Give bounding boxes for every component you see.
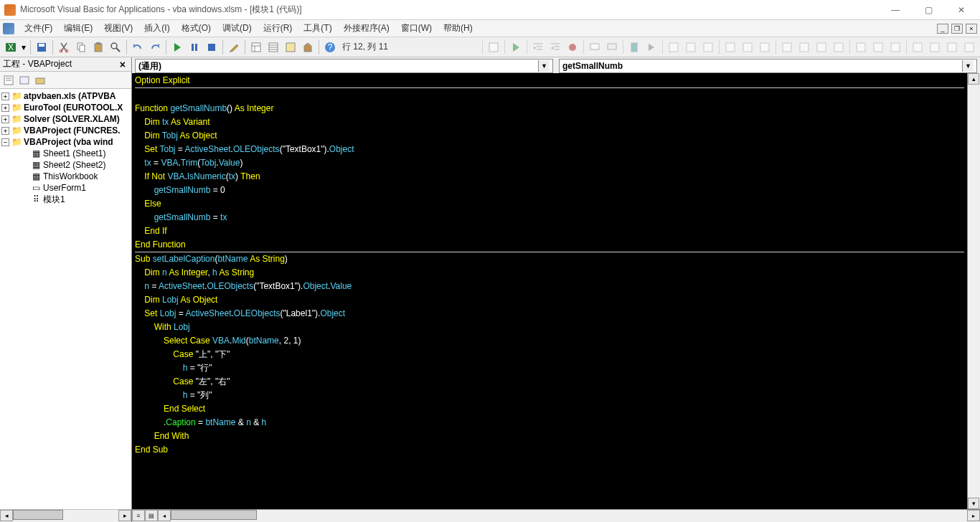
- project-icon: 📁: [11, 103, 22, 113]
- mdi-close[interactable]: ×: [966, 24, 977, 34]
- uncomment-icon[interactable]: [604, 39, 620, 55]
- find-icon[interactable]: [108, 39, 123, 55]
- tree-node[interactable]: ▦Sheet2 (Sheet2): [1, 159, 130, 171]
- tool-o-icon[interactable]: [927, 39, 943, 55]
- tree-node[interactable]: ⠿模块1: [1, 194, 130, 205]
- tool-k-icon[interactable]: [853, 39, 869, 55]
- comment-icon[interactable]: [587, 39, 603, 55]
- svg-rect-48: [891, 43, 900, 52]
- project-explorer-icon[interactable]: [248, 39, 264, 55]
- horizontal-scrollbar[interactable]: [171, 510, 967, 522]
- run-icon[interactable]: [169, 39, 185, 55]
- tool-l-icon[interactable]: [870, 39, 886, 55]
- view-code-icon[interactable]: [1, 73, 16, 87]
- tool-a-icon[interactable]: [666, 39, 682, 55]
- scroll-up-icon[interactable]: ▴: [968, 73, 979, 85]
- tree-node[interactable]: ▭UserForm1: [1, 182, 130, 194]
- run-small-icon[interactable]: [508, 39, 524, 55]
- project-explorer-hscroll[interactable]: ◂ ▸: [0, 509, 131, 522]
- menu-edit[interactable]: 编辑(E): [58, 21, 98, 36]
- bookmark-icon[interactable]: [626, 39, 642, 55]
- tool-d-icon[interactable]: [722, 39, 738, 55]
- scroll-left-icon[interactable]: ◂: [158, 510, 171, 521]
- minimize-button[interactable]: —: [885, 3, 905, 17]
- breakpoint-icon[interactable]: [565, 39, 580, 55]
- svg-rect-42: [783, 43, 791, 52]
- tool-j-icon[interactable]: [831, 39, 847, 55]
- edit-tool-1-icon[interactable]: [486, 39, 501, 55]
- menu-insert[interactable]: 插入(I): [138, 21, 175, 36]
- menu-view[interactable]: 视图(V): [98, 21, 138, 36]
- menu-run[interactable]: 运行(R): [258, 21, 298, 36]
- toolbox-icon[interactable]: [300, 39, 316, 55]
- tool-m-icon[interactable]: [887, 39, 903, 55]
- tool-b-icon[interactable]: [683, 39, 699, 55]
- vertical-scrollbar[interactable]: ▴ ▾: [967, 73, 980, 509]
- redo-icon[interactable]: [147, 39, 163, 55]
- tree-node[interactable]: ▦ThisWorkbook: [1, 171, 130, 182]
- help-icon[interactable]: ?: [322, 39, 338, 55]
- tree-node[interactable]: +📁atpvbaen.xls (ATPVBA: [1, 90, 130, 102]
- excel-icon[interactable]: [3, 23, 14, 34]
- mdi-minimize[interactable]: _: [937, 24, 948, 34]
- code-pane[interactable]: Option Explicit Function getSmallNumb() …: [132, 73, 967, 509]
- close-button[interactable]: ✕: [951, 3, 971, 17]
- tree-node[interactable]: +📁VBAProject (FUNCRES.: [1, 125, 130, 136]
- tool-p-icon[interactable]: [944, 39, 960, 55]
- next-bookmark-icon[interactable]: [644, 39, 659, 55]
- save-icon[interactable]: [34, 39, 50, 55]
- menu-tools[interactable]: 工具(T): [298, 21, 337, 36]
- svg-rect-57: [36, 78, 44, 84]
- tool-f-icon[interactable]: [757, 39, 773, 55]
- procedure-combo[interactable]: getSmallNumb▼: [559, 59, 977, 73]
- view-object-icon[interactable]: [17, 73, 32, 87]
- paste-icon[interactable]: [90, 39, 106, 55]
- properties-icon[interactable]: [265, 39, 281, 55]
- design-mode-icon[interactable]: [226, 39, 242, 55]
- object-combo[interactable]: (通用)▼: [135, 59, 553, 73]
- object-browser-icon[interactable]: [283, 39, 298, 55]
- undo-icon[interactable]: [130, 39, 146, 55]
- tool-i-icon[interactable]: [814, 39, 829, 55]
- tool-c-icon[interactable]: [700, 39, 716, 55]
- tree-node[interactable]: +📁Solver (SOLVER.XLAM): [1, 113, 130, 125]
- menu-window[interactable]: 窗口(W): [395, 21, 438, 36]
- chevron-down-icon[interactable]: ▼: [538, 60, 550, 72]
- break-icon[interactable]: [187, 39, 202, 55]
- tree-node[interactable]: −📁VBAProject (vba wind: [1, 136, 130, 148]
- outdent-icon[interactable]: [547, 39, 563, 55]
- maximize-button[interactable]: ▢: [918, 3, 938, 17]
- tree-node[interactable]: ▦Sheet1 (Sheet1): [1, 148, 130, 159]
- chevron-down-icon[interactable]: ▼: [962, 60, 974, 72]
- tool-h-icon[interactable]: [796, 39, 812, 55]
- tool-q-icon[interactable]: [961, 39, 977, 55]
- menu-addins[interactable]: 外接程序(A): [338, 21, 395, 36]
- menu-file[interactable]: 文件(F): [19, 21, 58, 36]
- menu-help[interactable]: 帮助(H): [438, 21, 479, 36]
- toggle-folders-icon[interactable]: [33, 73, 47, 87]
- cut-icon[interactable]: [56, 39, 72, 55]
- svg-rect-44: [817, 43, 826, 52]
- procedure-view-icon[interactable]: ≡: [132, 510, 145, 521]
- reset-icon[interactable]: [204, 39, 220, 55]
- menu-debug[interactable]: 调试(D): [217, 21, 258, 36]
- scroll-down-icon[interactable]: ▾: [968, 498, 979, 509]
- full-module-view-icon[interactable]: ▤: [145, 510, 158, 521]
- scroll-right-icon[interactable]: ▸: [967, 510, 980, 521]
- tool-e-icon[interactable]: [740, 39, 755, 55]
- dropdown-icon[interactable]: ▾: [20, 39, 27, 55]
- project-explorer-close-icon[interactable]: ×: [117, 59, 128, 70]
- scroll-right-icon[interactable]: ▸: [118, 510, 131, 521]
- scroll-left-icon[interactable]: ◂: [0, 510, 13, 521]
- indent-icon[interactable]: [530, 39, 546, 55]
- mdi-restore[interactable]: ❐: [951, 24, 963, 34]
- tool-n-icon[interactable]: [910, 39, 925, 55]
- copy-icon[interactable]: [73, 39, 89, 55]
- menu-format[interactable]: 格式(O): [176, 21, 217, 36]
- project-tree[interactable]: +📁atpvbaen.xls (ATPVBA +📁EuroTool (EUROT…: [0, 89, 131, 509]
- view-excel-icon[interactable]: X: [3, 39, 19, 55]
- code-text[interactable]: Option Explicit Function getSmallNumb() …: [132, 73, 967, 457]
- object-combo-value: (通用): [138, 60, 161, 72]
- tree-node[interactable]: +📁EuroTool (EUROTOOL.X: [1, 102, 130, 113]
- tool-g-icon[interactable]: [779, 39, 795, 55]
